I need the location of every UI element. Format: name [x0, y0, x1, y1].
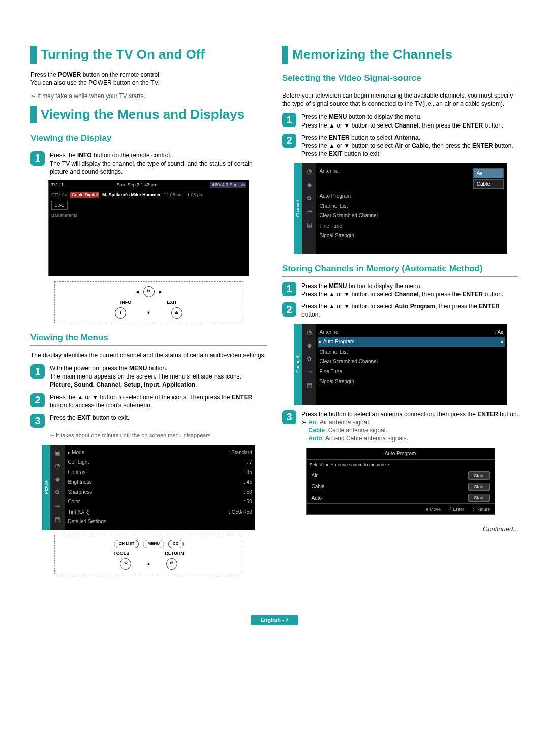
nav-down-icon: ▼ — [146, 310, 151, 316]
channel-icon: ◆ — [307, 181, 312, 189]
application-icon: ▤ — [55, 515, 60, 523]
source-intro: Before your television can begin memoriz… — [282, 91, 518, 108]
remote-info-diagram: ◀ ↻ ▶ INFO EXIT ℹ ▼ ⏏ — [54, 281, 243, 323]
right-column: Memorizing the Channels Selecting the Vi… — [282, 41, 518, 579]
sound-icon: ◔ — [55, 462, 60, 470]
section-viewing-menus: Viewing the Menus and Displays — [30, 106, 267, 123]
setup-icon: ✿ — [55, 488, 60, 496]
remote-menu-diagram: CH LIST MENU CC TOOLS RETURN ⚙ ▲ ↺ — [54, 535, 243, 574]
nav-center-icon: ↻ — [143, 286, 155, 297]
info-display-screenshot: TV #1 Sun. Sep 3 1:43 pm 480i 4:3 Englis… — [48, 180, 249, 276]
chlist-button: CH LIST — [114, 540, 139, 548]
setup-icon: ✿ — [307, 194, 312, 202]
start-cable-button: Start — [468, 483, 489, 491]
display-step-1: 1 Press the INFO button on the remote co… — [30, 151, 267, 176]
channel-menu-autoprogram-screenshot: Channel ◔◆✿⇥▤ Antenna: Air ▸ Auto Progra… — [294, 324, 507, 405]
start-auto-button: Start — [468, 494, 489, 502]
store-step-2: 2 Press the ▲ or ▼ button to select Auto… — [282, 302, 518, 319]
subsection-viewing-menus: Viewing the Menus — [30, 332, 267, 346]
subsection-viewing-display: Viewing the Display — [30, 133, 267, 146]
exit-icon: ⏏ — [171, 307, 182, 319]
source-step-1: 1 Press the MENU button to display the m… — [282, 113, 518, 129]
info-icon: ℹ — [115, 307, 126, 319]
subsection-storing: Storing Channels in Memory (Automatic Me… — [282, 263, 518, 277]
return-icon: ↺ — [166, 558, 177, 570]
store-step-1: 1 Press the MENU button to display the m… — [282, 282, 518, 298]
menus-intro: The display identifies the current chann… — [30, 351, 267, 359]
start-air-button: Start — [468, 471, 489, 480]
application-icon: ▤ — [307, 220, 312, 229]
input-icon: ⇥ — [55, 502, 60, 510]
power-note: It may take a while when your TV starts. — [30, 92, 267, 100]
left-column: Turning the TV On and Off Press the POWE… — [30, 41, 267, 579]
subsection-signal-source: Selecting the Video Signal-source — [282, 73, 518, 86]
air-option: Air — [473, 168, 504, 178]
section-turning-tv: Turning the TV On and Off — [30, 46, 267, 64]
menu-button: MENU — [143, 540, 164, 548]
tools-icon: ⚙ — [120, 558, 131, 570]
section-memorizing: Memorizing the Channels — [282, 46, 518, 64]
menu-step-3: 3 Press the EXIT button to exit. — [30, 414, 267, 428]
page-footer: English - 7 — [0, 615, 549, 625]
channel-icon: ◆ — [55, 475, 60, 483]
picture-icon: ▣ — [55, 449, 60, 457]
menu-step-1: 1 With the power on, press the MENU butt… — [30, 364, 267, 389]
store-step-3: 3 Press the button to select an antenna … — [282, 410, 518, 443]
step-number-1: 1 — [30, 151, 45, 166]
power-paragraph: Press the POWER button on the remote con… — [30, 71, 267, 87]
picture-menu-screenshot: Picture ▣ ◔ ◆ ✿ ⇥ ▤ ▸ Mode: Standard Cel… — [42, 445, 255, 530]
cc-button: CC — [168, 540, 184, 548]
menu-step-2: 2 Press the ▲ or ▼ button to select one … — [30, 393, 267, 410]
cable-option: Cable — [473, 179, 504, 190]
auto-program-dialog: Auto Program Select the Antenna source t… — [306, 448, 495, 515]
nav-right-icon: ▶ — [159, 289, 162, 295]
source-step-2: 2 Press the ENTER button to select Anten… — [282, 134, 518, 159]
picture-icon: ◔ — [307, 167, 312, 175]
channel-menu-screenshot: Channel ◔ ◆ ✿ ⇥ ▤ Antenna Air Cable Auto… — [294, 163, 507, 254]
continued-label: Continued... — [282, 525, 518, 534]
nav-left-icon: ◀ — [136, 289, 139, 295]
input-icon: ⇥ — [307, 207, 312, 215]
nav-up-icon: ▲ — [146, 561, 151, 567]
menu-note: It takes about one minute until the on-s… — [50, 432, 267, 439]
